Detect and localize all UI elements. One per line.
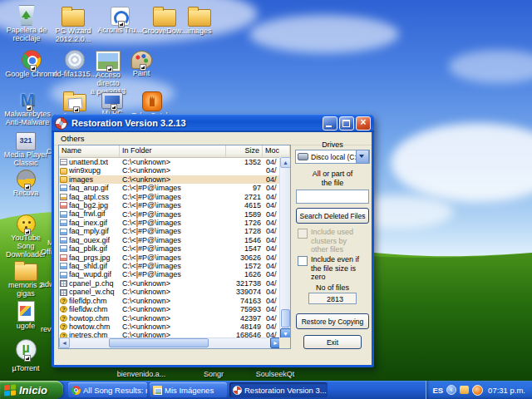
search-deleted-files-button[interactable]: Search Deleted Files xyxy=(296,208,369,224)
horizontal-scrollbar[interactable]: ◄ ► xyxy=(59,337,281,348)
dropdown-arrow-button[interactable] xyxy=(356,150,369,164)
file-row[interactable]: faq_frwl.gif C:\<|#P@\images 1589 04/ xyxy=(59,210,290,219)
file-row[interactable]: faq_bg2.jpg C:\<|#P@\images 4615 04/ xyxy=(59,201,290,209)
clock[interactable]: 07:31 p.m. xyxy=(488,386,525,395)
file-folder: C:\<|#P@\images xyxy=(120,262,226,270)
file-row[interactable]: faq_inex.gif C:\<|#P@\images 1726 04/ xyxy=(59,219,290,227)
include-used-clusters-checkbox[interactable]: Include usedclusters byother files xyxy=(295,228,370,254)
vertical-scrollbar[interactable]: ▲ ▼ xyxy=(279,157,290,339)
checkbox-icon[interactable] xyxy=(298,229,308,239)
file-row[interactable]: cpanel_p.chq C:\<unknown> 321738 04/ xyxy=(59,279,290,288)
file-row[interactable]: faq_pblk.gif C:\<|#P@\images 1547 04/ xyxy=(59,244,290,253)
taskbar-task-button[interactable]: All Song Results: met... xyxy=(68,382,147,397)
file-row[interactable]: faq_wupd.gif C:\<|#P@\images 1626 04/ xyxy=(59,270,290,278)
column-header-size[interactable]: Size xyxy=(226,145,263,157)
file-row[interactable]: faq_mply.gif C:\<|#P@\images 1728 04/ xyxy=(59,227,290,235)
desktop-icon[interactable]: µTorrent xyxy=(3,337,48,372)
menu-others[interactable]: Others xyxy=(54,133,91,144)
desktop-icon[interactable]: Media PlayerClassic xyxy=(3,130,48,167)
file-size: 1626 xyxy=(226,270,263,278)
tray-app-icon-orange[interactable] xyxy=(472,385,483,396)
shortcut-arrow-icon xyxy=(30,65,37,71)
no-of-files-value: 2813 xyxy=(308,293,357,304)
file-name: howtow.chm xyxy=(69,323,111,331)
desktop-icon[interactable]: images xyxy=(176,5,223,35)
horizontal-scroll-thumb[interactable] xyxy=(109,338,209,347)
file-hint-line2: the file xyxy=(295,179,370,187)
file-folder: C:\<unknown> xyxy=(120,305,226,313)
restore-by-copying-button[interactable]: Restore by Copying xyxy=(296,313,369,329)
language-indicator[interactable]: ES xyxy=(432,386,443,395)
scroll-left-button[interactable]: ◄ xyxy=(59,337,70,348)
cloud xyxy=(391,123,532,202)
desktop-icon[interactable]: Paint xyxy=(118,48,165,77)
shortcut-arrow-icon xyxy=(106,66,113,72)
file-name: faq_frwl.gif xyxy=(69,210,106,219)
desktop-icon[interactable]: PC Wizard2012.2.0... xyxy=(50,5,96,43)
file-row[interactable]: faq_arup.gif C:\<|#P@\images 97 04/ xyxy=(59,184,290,192)
column-header-in-folder[interactable]: In Folder xyxy=(120,145,226,157)
column-header-name[interactable]: Name xyxy=(59,145,120,157)
desktop-icon-label: Media PlayerClassic xyxy=(3,150,48,167)
file-row[interactable]: images C:\<unknown> 04/ xyxy=(59,175,290,184)
file-row[interactable]: filefldp.chm C:\<unknown> 74163 04/ xyxy=(59,297,290,305)
file-row[interactable]: howtop.chm C:\<unknown> 42397 04/ xyxy=(59,314,290,323)
shortcut-arrow-icon xyxy=(140,64,146,71)
desktop-icon-label[interactable]: SoulseekQt xyxy=(243,370,308,378)
taskbar-task-button[interactable]: Mis Imágenes xyxy=(150,382,227,397)
file-row[interactable]: faq_ouex.gif C:\<|#P@\images 1546 04/ xyxy=(59,236,290,244)
close-button[interactable] xyxy=(356,116,371,131)
desktop-icon[interactable]: memoris 2gigas xyxy=(3,259,48,298)
task-icon xyxy=(71,386,81,395)
column-header-modified[interactable]: Moc xyxy=(263,145,290,157)
desktop-icon[interactable]: Acronis Tru... xyxy=(96,5,143,34)
file-row[interactable]: unattend.txt C:\<unknown> 1352 04/ xyxy=(59,158,290,166)
cloud xyxy=(449,50,532,83)
file-row[interactable]: howtow.chm C:\<unknown> 48149 04/ xyxy=(59,323,290,331)
checkbox-icon[interactable] xyxy=(298,256,308,266)
desktop-icon[interactable]: MalwarebytesAnti-Malware xyxy=(2,90,53,126)
no-of-files-label: No of files xyxy=(295,283,370,292)
file-row[interactable]: filefldw.chm C:\<unknown> 75993 04/ xyxy=(59,305,290,313)
scroll-up-button[interactable]: ▲ xyxy=(280,157,291,168)
desktop-icon[interactable]: Papelera dereciclaje xyxy=(3,5,50,42)
search-panel: Drives Disco local (C:) All or part of t… xyxy=(295,139,370,350)
start-button[interactable]: Inicio xyxy=(0,381,63,399)
task-label: Restoration Version 3... xyxy=(244,386,327,395)
drive-select[interactable]: Disco local (C:) xyxy=(295,150,370,164)
restoration-window: Restoration Version 3.2.13 Others Name I… xyxy=(52,114,374,367)
desktop-icon-label: Papelera dereciclaje xyxy=(3,26,50,42)
file-row[interactable]: cpanel_w.chq C:\<unknown> 339074 04/ xyxy=(59,288,290,296)
taskbar-task-button[interactable]: Restoration Version 3... xyxy=(229,382,328,397)
file-folder: C:\<unknown> xyxy=(120,314,226,323)
file-row[interactable]: faq_prgs.jpg C:\<|#P@\images 30626 04/ xyxy=(59,254,290,262)
file-folder: C:\<|#P@\images xyxy=(120,236,226,244)
taskbar: Inicio All Song Results: met... Mis Imág… xyxy=(0,381,532,399)
desktop-icon-label[interactable]: Songr xyxy=(193,370,234,378)
file-row[interactable]: faq_shld.gif C:\<|#P@\images 1572 04/ xyxy=(59,262,290,270)
app-icon xyxy=(55,117,67,130)
file-name-input[interactable] xyxy=(296,190,369,204)
file-folder: C:\<unknown> xyxy=(120,166,226,175)
minimize-button[interactable] xyxy=(323,116,337,131)
desktop-icon-label: images xyxy=(176,27,223,35)
file-type-icon xyxy=(60,245,67,252)
file-size: 74163 xyxy=(226,297,263,305)
file-folder: C:\<|#P@\images xyxy=(120,210,226,219)
title-bar[interactable]: Restoration Version 3.2.13 xyxy=(52,114,374,132)
file-row[interactable]: faq_atpl.css C:\<|#P@\images 2721 04/ xyxy=(59,193,290,201)
file-size: 339074 xyxy=(226,288,263,296)
maximize-button[interactable] xyxy=(339,116,354,131)
file-name: faq_mply.gif xyxy=(69,227,109,235)
include-zero-size-checkbox[interactable]: Include even ifthe file size iszero xyxy=(295,255,370,282)
desktop-icon-label-partial: Offi xyxy=(41,248,52,256)
exit-button[interactable]: Exit xyxy=(303,335,362,349)
vertical-scroll-thumb[interactable] xyxy=(281,309,290,328)
desktop-icon[interactable]: Google Chrome xyxy=(5,48,58,78)
desktop-icon[interactable]: Recuva xyxy=(3,168,48,197)
file-size: 1728 xyxy=(226,227,263,235)
file-row[interactable]: win9xupg C:\<unknown> 04/ xyxy=(59,166,290,175)
tray-app-icon[interactable] xyxy=(460,386,469,394)
desktop-icon-label[interactable]: bienvenido.a... xyxy=(110,370,173,378)
hide-icons-chevron[interactable]: ‹ xyxy=(446,385,456,395)
